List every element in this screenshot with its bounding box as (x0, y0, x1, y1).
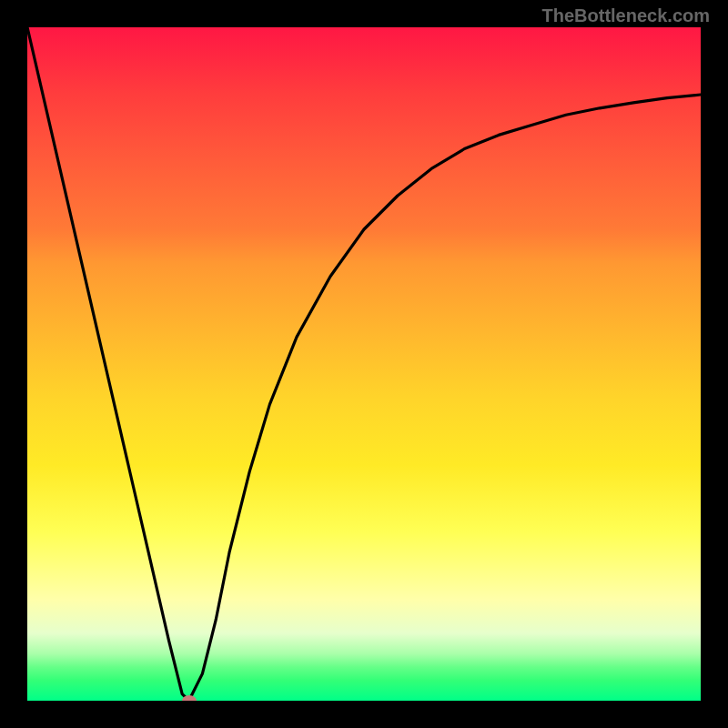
bottleneck-curve (27, 27, 701, 701)
minimum-marker (182, 695, 197, 701)
chart-area (27, 27, 701, 701)
curve-svg (27, 27, 701, 701)
watermark-text: TheBottleneck.com (542, 5, 710, 26)
